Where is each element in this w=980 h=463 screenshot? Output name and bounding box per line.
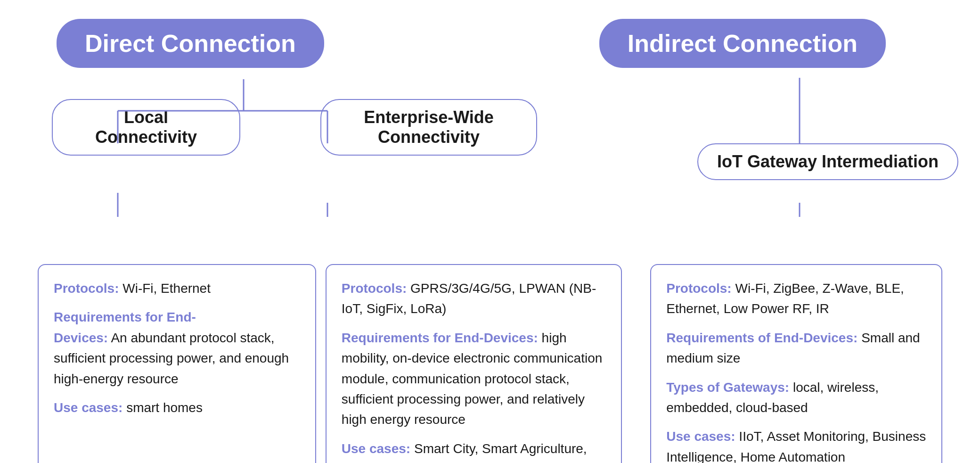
enterprise-connectivity-pill: Enterprise-Wide Connectivity xyxy=(320,99,537,156)
diagram: Direct Connection Indirect Connection Lo… xyxy=(0,0,980,463)
enterprise-req-label: Requirements for End-Devices: xyxy=(342,331,538,345)
enterprise-protocols-label: Protocols: xyxy=(342,281,407,296)
iot-gateway-card: Protocols: Wi-Fi, ZigBee, Z-Wave, BLE, E… xyxy=(650,264,942,463)
direct-connection-header: Direct Connection xyxy=(57,19,324,68)
local-connectivity-card: Protocols: Wi-Fi, Ethernet Requirements … xyxy=(38,264,316,463)
iot-protocols-label: Protocols: xyxy=(666,281,731,296)
iot-req-label: Requirements of End-Devices: xyxy=(666,331,858,345)
iot-usecases-label: Use cases: xyxy=(666,429,735,444)
local-usecases-value: smart homes xyxy=(126,400,203,415)
enterprise-card: Protocols: GPRS/3G/4G/5G, LPWAN (NB-IoT,… xyxy=(326,264,622,463)
iot-gateway-pill: IoT Gateway Intermediation xyxy=(697,143,958,180)
iot-gateways-label: Types of Gateways: xyxy=(666,380,789,395)
local-connectivity-pill: Local Connectivity xyxy=(52,99,240,156)
enterprise-usecases-label: Use cases: xyxy=(342,441,410,456)
local-protocols-label: Protocols: xyxy=(54,281,119,296)
local-protocols-value: Wi-Fi, Ethernet xyxy=(122,281,211,296)
indirect-connection-header: Indirect Connection xyxy=(599,19,886,68)
local-usecases-label: Use cases: xyxy=(54,400,122,415)
